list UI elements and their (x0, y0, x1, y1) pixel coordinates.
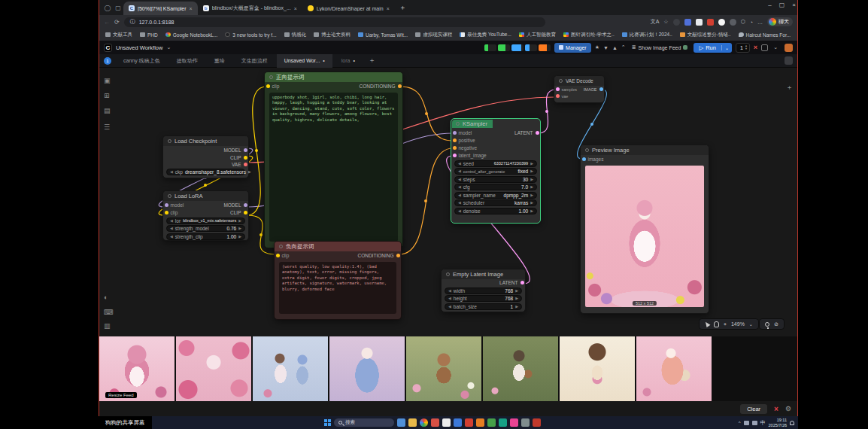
collapse-dot[interactable] (168, 194, 171, 198)
notification-badge[interactable]: 1 (104, 57, 111, 65)
combo-right-icon[interactable]: ▶ (530, 208, 533, 214)
height-widget[interactable]: ◀height768▶ (445, 295, 522, 302)
steps-widget[interactable]: ◀steps30▶ (454, 176, 537, 183)
combo-left-icon[interactable]: ◀ (458, 199, 461, 206)
taskbar-clock[interactable]: 19:11 2025/7/26 (769, 418, 787, 427)
denoise-widget[interactable]: ◀denoise1.00▶ (454, 208, 537, 214)
clip-input-port[interactable] (276, 254, 280, 257)
image-output-port[interactable] (599, 87, 603, 91)
feed-thumbnail-doll-with-roses[interactable] (176, 336, 251, 401)
latent-output-port[interactable] (520, 281, 524, 284)
taskbar-app-wechat[interactable] (487, 418, 496, 427)
back-icon[interactable]: ← (104, 19, 110, 26)
toggle-links-icon[interactable]: ⊘ (774, 321, 778, 327)
new-workflow-button[interactable]: ＋ (364, 56, 380, 65)
workspace-icon[interactable]: ▢ (114, 4, 123, 13)
cfg-widget[interactable]: ◀cfg7.0▶ (454, 184, 537, 190)
collapse-dot[interactable] (279, 245, 283, 248)
taskbar-app-teal[interactable] (499, 418, 507, 427)
combo-right-icon[interactable]: ▶ (515, 303, 518, 310)
node-load-checkpoint[interactable]: Load Checkpoint MODEL CLIP VAE ◀ ckp dre… (162, 135, 249, 178)
node-negative-prompt[interactable]: 负向提示词 clip CONDITIONING (worst quality, … (274, 241, 402, 320)
combo-left-icon[interactable]: ◀ (448, 288, 451, 294)
lora-name-combo[interactable]: ◀ lor blindbox_v1_mix.safetensors ▶ (166, 218, 245, 224)
images-input-port[interactable] (582, 157, 586, 161)
bookmark-item[interactable]: 博士论文资料 (314, 32, 351, 38)
positive-input-port[interactable] (453, 138, 457, 142)
workflow-tab-unsaved[interactable]: Unsaved Wor...• (277, 54, 332, 68)
combo-right-icon[interactable]: ▶ (248, 169, 251, 175)
decrement-icon[interactable]: ▼ (745, 47, 748, 50)
notification-bell-icon[interactable] (790, 421, 794, 425)
sidebar-workflows-icon[interactable]: ▣ (104, 77, 111, 84)
tray-expand-icon[interactable]: ^ (739, 421, 741, 425)
seed-widget[interactable]: ◀seed633271147230399▶ (454, 160, 537, 167)
extension-icon[interactable] (707, 19, 714, 26)
collapse-dot[interactable] (585, 148, 589, 152)
bookmark-item[interactable]: 人工智能教育 (519, 32, 556, 38)
combo-right-icon[interactable]: ▶ (238, 233, 241, 240)
latent-image-input-port[interactable] (453, 154, 457, 157)
taskbar-search[interactable]: 搜索 (334, 418, 394, 427)
batch-size-widget[interactable]: ◀batch_size1▶ (445, 303, 522, 310)
combo-left-icon[interactable]: ◀ (458, 176, 461, 183)
feed-settings-gear-icon[interactable]: ⚙ (785, 405, 791, 412)
sidebar-queue-icon[interactable]: ☰ (104, 123, 110, 131)
combo-left-icon[interactable]: ◀ (170, 218, 173, 224)
combo-left-icon[interactable]: ◀ (458, 192, 461, 199)
feed-thumbnail-cartoon-girl[interactable] (560, 336, 635, 401)
network-icon[interactable] (744, 421, 749, 425)
bookmark-star-icon[interactable]: ☆ (663, 19, 668, 25)
reload-icon[interactable]: ⟳ (114, 19, 120, 26)
bookmark-item[interactable]: 情感化 (284, 32, 307, 38)
panel-toggle-icon[interactable] (785, 56, 793, 65)
combo-right-icon[interactable]: ▶ (530, 199, 533, 206)
extension-icon[interactable] (718, 19, 725, 26)
taskbar-app-explorer[interactable] (408, 418, 417, 427)
tab-close-icon[interactable]: × (294, 6, 297, 11)
user-menu-button[interactable]: ⌄ (772, 44, 778, 50)
bookmark-item[interactable]: 比赛调计划！2024.. (622, 32, 672, 38)
run-button[interactable]: ▷Run ⌄ (693, 43, 732, 53)
combo-right-icon[interactable]: ▶ (238, 225, 241, 232)
bookmark-item[interactable]: 最佳免费 YouTube... (460, 32, 511, 38)
stop-button[interactable] (761, 44, 768, 51)
workflow-tab-canny[interactable]: canny 线稿上色 (116, 54, 168, 68)
node-load-lora[interactable]: Load LoRA model MODEL clip CLIP ◀ lor bl… (162, 190, 249, 241)
samples-input-port[interactable] (556, 87, 560, 91)
bookmark-item[interactable]: 文献工具 (105, 32, 132, 38)
extension-icon[interactable] (673, 19, 680, 26)
combo-right-icon[interactable]: ▶ (238, 218, 241, 224)
browser-tab-blindbox[interactable]: b blindbox/大概是盲盒 - blindbox_... × (198, 2, 302, 15)
browser-tab-huggingface[interactable]: Lykon/DreamShaper at main × (302, 2, 395, 15)
zoom-level[interactable]: 149% (731, 321, 745, 327)
sidebar-models-icon[interactable]: ▤ (104, 107, 111, 114)
tab-close-icon[interactable]: × (387, 6, 390, 11)
workflow-name[interactable]: Unsaved Workflow (116, 44, 162, 51)
clear-feed-button[interactable]: Clear (740, 404, 767, 414)
combo-right-icon[interactable]: ▶ (515, 288, 518, 294)
translate-icon[interactable]: 文A (651, 18, 660, 26)
taskbar-app-grey[interactable] (521, 418, 530, 427)
node-vae-decode[interactable]: VAE Decode samples IMAGE vae (554, 75, 605, 103)
taskbar-app-crimson[interactable] (533, 418, 541, 427)
combo-left-icon[interactable]: ◀ (448, 295, 451, 302)
new-tab-button[interactable]: ＋ (399, 3, 406, 13)
combo-left-icon[interactable]: ◀ (458, 168, 461, 175)
taskbar-app-pink[interactable] (510, 418, 518, 427)
batch-count-stepper[interactable]: 1 ▲▼ (736, 43, 750, 53)
profile-chip[interactable]: 聊天 (767, 17, 793, 26)
model-input-port[interactable] (165, 203, 168, 207)
close-button[interactable]: × (792, 2, 796, 8)
feed-thumbnail-two-dolls-blue[interactable] (253, 336, 328, 401)
taskbar-app-chat[interactable] (397, 418, 405, 427)
node-empty-latent[interactable]: Empty Latent Image LATENT ◀width768▶ ◀he… (441, 269, 526, 312)
minimize-button[interactable]: – (768, 2, 771, 8)
taskbar-app-red[interactable] (431, 418, 439, 427)
node-positive-prompt[interactable]: 正向提示词 clip CONDITIONING upperbody shot, … (264, 72, 403, 248)
combo-left-icon[interactable]: ◀ (170, 233, 173, 240)
clip-input-port[interactable] (266, 84, 270, 88)
bookmark-item[interactable]: Uarby, Tomas Wit... (358, 32, 408, 38)
fit-view-icon[interactable]: ⌖ (724, 321, 727, 327)
collapse-dot[interactable] (446, 272, 450, 276)
